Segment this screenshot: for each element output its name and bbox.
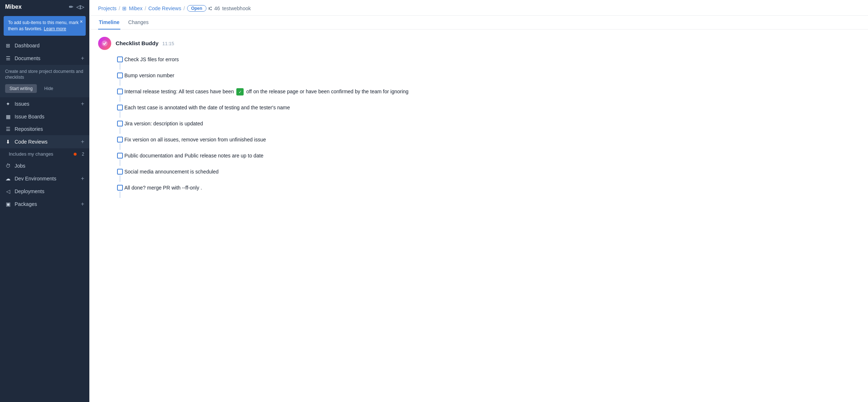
documents-sub-section: Create and store project documents and c… — [0, 65, 89, 98]
checkbox-5[interactable] — [117, 121, 123, 126]
repositories-icon: ☰ — [5, 126, 11, 132]
vertical-line — [120, 79, 120, 86]
sidebar-item-label: Dashboard — [15, 43, 84, 48]
vertical-line — [120, 191, 120, 198]
avatar — [98, 37, 111, 50]
dashboard-icon: ⊞ — [5, 43, 11, 48]
sidebar-item-repositories[interactable]: ☰ Repositories — [0, 123, 89, 135]
issues-add-icon[interactable]: + — [81, 101, 84, 107]
check-col — [116, 104, 124, 118]
checkbox-1[interactable] — [117, 56, 123, 62]
list-item: Each test case is annotated with the dat… — [116, 104, 859, 118]
pr-icon: ⑆ — [209, 5, 212, 11]
item-text-9: All done? merge PR with --ff-only . — [124, 184, 859, 195]
check-col — [116, 152, 124, 166]
checkbox-2[interactable] — [117, 73, 123, 78]
breadcrumb: Projects / ⊞ Mibex / Code Reviews / Open… — [89, 0, 868, 16]
sidebar-item-label: Jobs — [15, 163, 84, 169]
vertical-line — [120, 143, 120, 150]
list-item: Fix version on all issues, remove versio… — [116, 136, 859, 150]
sidebar: Mibex ✏ ◁▷ To add sub-items to this menu… — [0, 0, 89, 402]
includes-my-changes-label: Includes my changes — [9, 151, 53, 157]
issues-icon: ✦ — [5, 101, 11, 107]
list-item: Internal release testing: All test cases… — [116, 88, 859, 102]
checklist-header: Checklist Buddy 11:15 — [98, 37, 859, 50]
code-reviews-icon: ⬇ — [5, 139, 11, 145]
breadcrumb-code-reviews[interactable]: Code Reviews — [148, 5, 181, 11]
hide-button[interactable]: Hide — [40, 84, 58, 93]
jobs-icon: ⏱ — [5, 163, 11, 169]
sidebar-item-label: Code Reviews — [15, 139, 77, 145]
breadcrumb-mibex[interactable]: Mibex — [129, 5, 142, 11]
check-col — [116, 72, 124, 86]
expand-icon[interactable]: ◁▷ — [76, 4, 84, 10]
check-col — [116, 168, 124, 182]
checklist-meta: Checklist Buddy 11:15 — [116, 40, 174, 47]
list-item: Bump version number — [116, 72, 859, 86]
tab-changes[interactable]: Changes — [128, 16, 150, 30]
sidebar-item-label: Issues — [15, 101, 77, 107]
vertical-line — [120, 95, 120, 102]
svg-point-0 — [102, 40, 108, 46]
list-item: Social media announcement is scheduled — [116, 168, 859, 182]
checklist-items: Check JS files for errors Bump version n… — [98, 56, 859, 198]
documents-add-icon[interactable]: + — [81, 55, 84, 62]
banner-close-button[interactable]: × — [80, 18, 83, 26]
learn-more-link[interactable]: Learn more — [44, 26, 66, 31]
documents-desc: Create and store project documents and c… — [5, 69, 84, 81]
deployments-icon: ◁ — [5, 188, 11, 194]
start-writing-button[interactable]: Start writing — [5, 84, 37, 93]
tab-timeline[interactable]: Timeline — [98, 16, 120, 30]
vertical-line — [120, 175, 120, 182]
checkbox-6[interactable] — [117, 137, 123, 143]
vertical-line — [120, 127, 120, 134]
sidebar-item-jobs[interactable]: ⏱ Jobs — [0, 160, 89, 172]
check-col — [116, 184, 124, 198]
sidebar-item-documents[interactable]: ☰ Documents + — [0, 52, 89, 65]
breadcrumb-sep2: / — [145, 5, 146, 11]
sidebar-nav: ⊞ Dashboard ☰ Documents + Create and sto… — [0, 38, 89, 402]
packages-add-icon[interactable]: + — [81, 201, 84, 207]
tabs: Timeline Changes — [89, 16, 868, 30]
sidebar-item-issues[interactable]: ✦ Issues + — [0, 97, 89, 110]
checklist-time: 11:15 — [162, 41, 174, 46]
list-item: Jira version: description is updated — [116, 120, 859, 134]
check-col — [116, 136, 124, 150]
vertical-line — [120, 63, 120, 70]
checkbox-8[interactable] — [117, 169, 123, 175]
check-emoji: ✓ — [236, 88, 244, 95]
sidebar-item-deployments[interactable]: ◁ Deployments — [0, 185, 89, 198]
banner-text: To add sub-items to this menu, mark them… — [8, 20, 78, 31]
sidebar-item-issue-boards[interactable]: ▦ Issue Boards — [0, 110, 89, 123]
sidebar-item-packages[interactable]: ▣ Packages + — [0, 198, 89, 211]
code-reviews-add-icon[interactable]: + — [81, 138, 84, 145]
sidebar-title: Mibex — [5, 4, 22, 10]
sidebar-item-dev-environments[interactable]: ☁ Dev Environments + — [0, 172, 89, 185]
info-banner: To add sub-items to this menu, mark them… — [4, 16, 86, 36]
sidebar-sub-item-includes-my-changes[interactable]: Includes my changes 2 — [0, 148, 89, 160]
sidebar-header-icons: ✏ ◁▷ — [69, 4, 84, 10]
packages-icon: ▣ — [5, 201, 11, 207]
sidebar-header: Mibex ✏ ◁▷ — [0, 0, 89, 14]
open-badge: Open — [187, 5, 206, 12]
breadcrumb-projects[interactable]: Projects — [98, 5, 117, 11]
sidebar-item-code-reviews[interactable]: ⬇ Code Reviews + — [0, 135, 89, 148]
vertical-line — [120, 159, 120, 166]
sidebar-item-dashboard[interactable]: ⊞ Dashboard — [0, 39, 89, 52]
checkbox-4[interactable] — [117, 105, 123, 110]
issue-boards-icon: ▦ — [5, 114, 11, 120]
dev-environments-add-icon[interactable]: + — [81, 175, 84, 182]
pr-title: testwebhook — [222, 5, 251, 11]
main-content: Projects / ⊞ Mibex / Code Reviews / Open… — [89, 0, 868, 402]
checkbox-7[interactable] — [117, 153, 123, 159]
checkbox-9[interactable] — [117, 185, 123, 191]
checkbox-3[interactable] — [117, 89, 123, 94]
edit-icon[interactable]: ✏ — [69, 4, 73, 10]
sidebar-item-label: Documents — [15, 55, 77, 61]
breadcrumb-sep1: / — [119, 5, 120, 11]
sidebar-item-label: Repositories — [15, 126, 84, 132]
dev-environments-icon: ☁ — [5, 176, 11, 182]
item-text-2: Bump version number — [124, 72, 859, 82]
sidebar-item-label: Packages — [15, 201, 77, 207]
documents-actions: Start writing Hide — [5, 84, 84, 93]
